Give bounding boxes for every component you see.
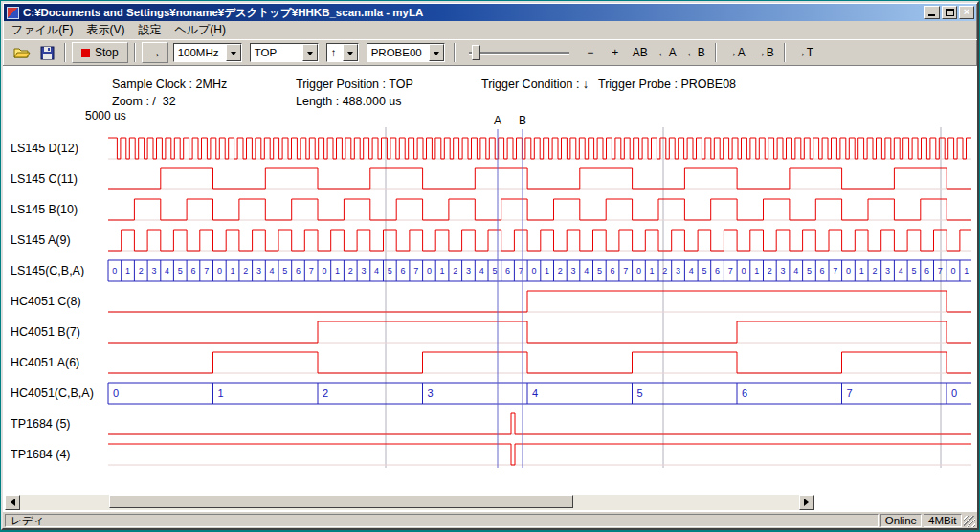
app-window: C:¥Documents and Settings¥noname¥デスクトップ¥… [1,1,979,530]
waveform-trace [108,199,971,220]
bus-value: 7 [309,266,314,276]
menu-bar: ファイル(F) 表示(V) 設定 ヘルプ(H) [3,21,977,39]
chevron-down-icon [231,52,236,58]
bus-value: 3 [676,266,680,276]
title-bar[interactable]: C:¥Documents and Settings¥noname¥デスクトップ¥… [4,4,976,21]
bus-value: 3 [428,388,434,399]
scroll-thumb[interactable] [109,495,573,508]
channel-row: LS145 A(9) [11,230,971,251]
zoom-out-button[interactable]: − [579,43,602,62]
channel-label: LS145 D(12) [11,142,78,155]
close-button[interactable]: × [959,6,974,19]
goto-cursor-b-right-button[interactable]: →B [751,43,778,62]
bus-value: 1 [440,266,445,276]
bus-value: 2 [323,388,328,399]
bus-value: 2 [662,266,667,276]
resize-grip[interactable] [964,516,975,527]
horizontal-scrollbar[interactable] [5,495,814,510]
menu-settings[interactable]: 設定 [131,20,167,40]
slider-handle[interactable] [472,45,480,60]
bus-value: 0 [112,266,117,276]
goto-trigger-button[interactable]: →T [791,43,817,62]
window-title: C:¥Documents and Settings¥noname¥デスクトップ¥… [23,6,923,20]
bus-value: 7 [728,266,733,276]
bus-value: 2 [348,266,353,276]
bus-value: 5 [911,266,916,276]
bus-value: 0 [322,266,326,276]
bus-value: 0 [427,266,432,276]
bus-value: 3 [361,266,366,276]
dropdown-button[interactable] [226,44,241,61]
bus-value: 6 [611,266,615,276]
dropdown-button[interactable] [343,44,358,61]
chevron-down-icon [307,52,313,58]
cursor-b-label: B [519,114,526,127]
trigger-edge-select[interactable]: ↑ [326,43,359,62]
channel-row: HC4051 A(6) [11,352,971,373]
chevron-down-icon [347,52,353,58]
bus-value: 7 [833,266,837,276]
bus-value: 1 [231,266,235,276]
bus-value: 7 [847,388,853,399]
bus-value: 4 [793,266,798,276]
channel-label: HC4051(C,B,A) [11,387,94,400]
bus-value: 4 [479,266,484,276]
bus-value: 5 [597,266,602,276]
minimize-button[interactable] [924,6,940,19]
bus-value: 0 [531,266,536,276]
cursor-ab-button[interactable]: AB [629,43,652,62]
bus-value: 6 [742,388,747,399]
bus-value: 1 [650,266,655,276]
save-file-button[interactable] [35,42,58,63]
memory-size-badge: 4MBit [924,514,962,527]
minimize-icon [928,14,935,16]
sample-clock-select[interactable]: 100MHz [173,43,242,62]
bus-value: 4 [584,266,589,276]
bus-value: 4 [165,266,169,276]
goto-cursor-b-left-button[interactable]: ←B [682,43,709,62]
trigger-probe-info: Trigger Probe : PROBE08 [598,78,736,91]
dropdown-button[interactable] [302,44,318,61]
bus-value: 7 [938,266,943,276]
trigger-position-select[interactable]: TOP [250,43,319,62]
channel-label: LS145 A(9) [11,233,71,247]
run-button[interactable]: → [142,42,168,63]
app-icon [7,7,19,19]
waveform-trace [108,352,971,373]
bus-value: 2 [558,266,563,276]
open-folder-icon [13,46,31,59]
bus-value: 6 [505,266,510,276]
bus-value: 1 [125,266,130,276]
zoom-slider[interactable] [469,43,569,62]
bus-value: 6 [190,266,195,276]
channel-label: TP1684 (4) [11,448,71,461]
scroll-track[interactable] [20,495,799,510]
menu-file[interactable]: ファイル(F) [5,20,79,40]
open-file-button[interactable] [11,42,33,63]
bus-value: 1 [545,266,549,276]
bus-value: 0 [217,266,222,276]
bus-value: 5 [282,266,287,276]
goto-cursor-a-right-button[interactable]: →A [723,43,749,62]
stop-button[interactable]: Stop [72,42,128,63]
menu-help[interactable]: ヘルプ(H) [167,20,233,40]
bus-value: 4 [689,266,694,276]
bus-value: 5 [807,266,812,276]
scroll-left-button[interactable] [5,495,20,510]
zoom-in-button[interactable]: + [604,43,627,62]
bus-value: 0 [741,266,746,276]
bus-value: 3 [151,266,156,276]
menu-view[interactable]: 表示(V) [79,20,131,40]
bus-value: 5 [388,266,392,276]
scroll-right-button[interactable] [799,495,814,510]
trigger-probe-select[interactable]: PROBE00 [367,43,445,62]
toolbar-separator [715,43,717,62]
bus-value: 5 [637,388,643,399]
channel-row: TP1684 (4) [11,444,971,465]
dropdown-button[interactable] [429,44,444,61]
waveform-trace [108,168,971,189]
slider-track [469,52,569,54]
maximize-button[interactable] [942,6,957,19]
bus-value: 5 [492,266,497,276]
goto-cursor-a-left-button[interactable]: ←A [654,43,680,62]
